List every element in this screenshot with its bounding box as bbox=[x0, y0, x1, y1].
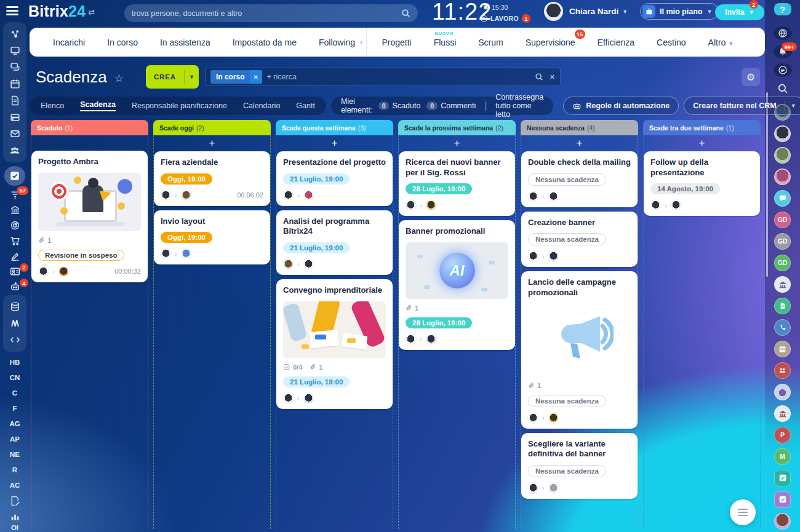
sign-icon[interactable] bbox=[3, 248, 26, 264]
sidebar-item-hb[interactable]: HB bbox=[10, 354, 20, 370]
help-button[interactable]: ? bbox=[774, 3, 791, 15]
creator-avatar[interactable] bbox=[283, 393, 294, 403]
view-scadenza[interactable]: Scadenza bbox=[80, 100, 116, 111]
tab-progetti[interactable]: Progetti bbox=[370, 38, 422, 47]
creator-avatar[interactable] bbox=[38, 266, 49, 277]
tab-impostato-da-me[interactable]: Impostato da me bbox=[222, 38, 308, 47]
assignee-avatar[interactable] bbox=[303, 190, 314, 200]
due-chip[interactable]: 28 Luglio, 19:00 bbox=[406, 183, 472, 194]
drive-icon[interactable] bbox=[3, 109, 26, 125]
create-invoices-button[interactable]: Creare fatture nel CRM ▼ bbox=[684, 97, 800, 115]
view-gantt[interactable]: Gantt bbox=[296, 101, 315, 110]
due-chip[interactable]: Nessuna scadenza bbox=[528, 465, 606, 477]
contact-avatar-monogram[interactable]: GD bbox=[774, 233, 791, 250]
search-icon[interactable] bbox=[535, 73, 543, 81]
filter-bar[interactable]: In corso✕ ✕ bbox=[205, 68, 561, 86]
analytics-icon[interactable] bbox=[3, 509, 26, 524]
code-icon[interactable] bbox=[3, 332, 26, 348]
creator-avatar[interactable] bbox=[161, 190, 171, 200]
creator-avatar[interactable] bbox=[528, 483, 538, 493]
company-icon[interactable] bbox=[3, 202, 26, 218]
global-search[interactable] bbox=[124, 4, 418, 22]
assignee-avatar[interactable] bbox=[181, 190, 191, 200]
contact-avatar-monogram[interactable]: GD bbox=[774, 255, 791, 271]
sidebar-item-tasks[interactable] bbox=[4, 166, 25, 186]
tasks-app-icon[interactable] bbox=[774, 491, 791, 508]
task-card[interactable]: Convegno imprenditoriale 0/4 1 21 Luglio… bbox=[276, 279, 393, 409]
creator-avatar[interactable] bbox=[406, 334, 416, 344]
column-header[interactable]: Scade la prossima settimana(2) bbox=[398, 120, 516, 135]
contact-avatar[interactable] bbox=[774, 169, 791, 185]
tab-altro[interactable]: Altro ▼ bbox=[697, 38, 745, 47]
group-avatar[interactable] bbox=[774, 276, 791, 293]
desktop-icon[interactable] bbox=[3, 42, 26, 59]
chat-bot-avatar[interactable] bbox=[774, 190, 791, 207]
sidebar-item-cn[interactable]: CN bbox=[10, 370, 20, 385]
group-avatar[interactable] bbox=[774, 405, 791, 422]
due-chip[interactable]: Nessuna scadenza bbox=[528, 233, 606, 245]
task-card[interactable]: Invio layout Oggi, 19:00 › bbox=[154, 210, 270, 265]
tab-in-corso[interactable]: In corso bbox=[96, 38, 149, 47]
sidebar-item-ol[interactable]: Ol bbox=[11, 524, 18, 532]
due-chip[interactable]: 21 Luglio, 19:00 bbox=[283, 376, 350, 387]
task-card[interactable]: Double check della mailing Nessuna scade… bbox=[521, 151, 638, 207]
main-menu-icon[interactable] bbox=[6, 6, 18, 16]
counter-scaduto[interactable]: 0Scaduto bbox=[378, 101, 421, 110]
reminder[interactable]: 15:30 bbox=[482, 4, 508, 11]
tasks-app-icon[interactable] bbox=[774, 470, 791, 486]
contact-avatar[interactable] bbox=[774, 147, 791, 164]
due-chip[interactable]: 21 Luglio, 19:00 bbox=[283, 173, 350, 185]
status-chip[interactable]: Revisione in sospeso bbox=[38, 250, 124, 261]
feed-icon[interactable] bbox=[3, 26, 26, 42]
document-icon[interactable] bbox=[3, 92, 26, 109]
add-task-button[interactable]: + bbox=[154, 135, 270, 151]
contacts-icon[interactable]: 2 bbox=[3, 264, 26, 279]
add-task-button[interactable]: + bbox=[644, 135, 760, 151]
contact-avatar[interactable] bbox=[774, 513, 791, 530]
filter-chip-in-corso[interactable]: In corso✕ bbox=[210, 70, 262, 84]
tab-in-assistenza[interactable]: In assistenza bbox=[149, 38, 222, 47]
groups-icon[interactable] bbox=[3, 142, 26, 159]
user-avatar[interactable] bbox=[544, 2, 563, 21]
creator-avatar[interactable] bbox=[528, 191, 538, 202]
assignee-avatar[interactable] bbox=[303, 393, 314, 403]
my-plan-button[interactable]: Il mio piano ▼ bbox=[640, 3, 719, 20]
mark-all-read-button[interactable]: Contrassegna tutto come letto bbox=[495, 93, 543, 119]
market-icon[interactable] bbox=[3, 315, 26, 332]
ai-assistant-icon[interactable]: 4 bbox=[3, 279, 26, 295]
group-avatar[interactable] bbox=[774, 319, 791, 336]
add-task-button[interactable]: + bbox=[276, 135, 393, 151]
assignee-avatar[interactable] bbox=[303, 259, 314, 269]
due-chip[interactable]: 21 Luglio, 19:00 bbox=[283, 242, 350, 253]
switch-site-icon[interactable]: ⇄ bbox=[88, 7, 95, 17]
add-task-button[interactable]: + bbox=[521, 135, 638, 151]
mail-icon[interactable] bbox=[3, 125, 26, 142]
task-card[interactable]: Follow up della presentazione 14 Agosto,… bbox=[644, 151, 760, 216]
due-chip[interactable]: 14 Agosto, 19:00 bbox=[650, 183, 720, 194]
creator-avatar[interactable] bbox=[650, 200, 661, 210]
assignee-avatar[interactable] bbox=[548, 483, 559, 493]
user-menu[interactable]: Chiara Nardi▼ bbox=[569, 7, 628, 16]
doc-edit-icon[interactable] bbox=[3, 493, 26, 509]
sidebar-item-c[interactable]: C bbox=[12, 385, 17, 400]
creator-avatar[interactable] bbox=[528, 413, 538, 423]
notifications-icon[interactable]: 99+ bbox=[774, 45, 792, 58]
view-elenco[interactable]: Elenco bbox=[41, 101, 64, 110]
group-avatar[interactable] bbox=[774, 384, 791, 400]
contact-avatar-monogram[interactable]: P bbox=[774, 427, 791, 443]
column-header[interactable]: Nessuna scadenza(4) bbox=[521, 120, 638, 135]
global-search-input[interactable] bbox=[132, 9, 401, 18]
due-chip[interactable]: Nessuna scadenza bbox=[528, 173, 606, 186]
due-chip[interactable]: Oggi, 19:00 bbox=[161, 232, 212, 243]
task-card[interactable]: Creazione banner Nessuna scadenza › bbox=[521, 212, 638, 268]
work-status[interactable]: LAVORO 1 bbox=[481, 14, 530, 23]
creator-avatar[interactable] bbox=[528, 251, 538, 261]
create-task-button[interactable]: CREA▼ bbox=[146, 65, 199, 89]
task-card[interactable]: Banner promozionali AI 1 28 Luglio, 19:0… bbox=[399, 220, 515, 350]
logo[interactable]: Bitrix24⇄ bbox=[28, 2, 95, 20]
target-icon[interactable] bbox=[3, 218, 26, 233]
creator-avatar[interactable] bbox=[283, 190, 294, 200]
calendar-icon[interactable] bbox=[3, 76, 26, 92]
task-card[interactable]: Progetto Ambra 1 Revisione in sospeso › … bbox=[31, 151, 148, 282]
contact-avatar[interactable] bbox=[774, 125, 791, 142]
